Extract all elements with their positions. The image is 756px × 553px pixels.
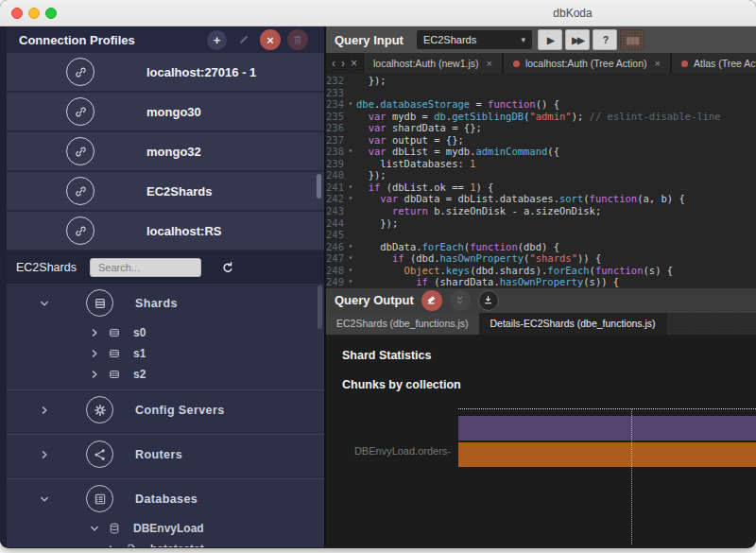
chevron-right-icon[interactable] (105, 544, 118, 547)
tree-item-label: Databases (135, 493, 198, 506)
fold-gutter (345, 169, 356, 181)
profile-dropdown[interactable]: EC2Shards ▾ (417, 30, 532, 49)
chevron-right-icon[interactable] (38, 406, 51, 415)
chevron-down-icon[interactable] (38, 494, 51, 504)
output-tab[interactable]: EC2Shards (dbe_functions.js) (326, 313, 480, 335)
tree-item-config-servers[interactable]: Config Servers (7, 390, 324, 429)
help-button[interactable]: ? (593, 29, 617, 50)
chevron-right-icon[interactable] (88, 328, 101, 337)
editor-tab[interactable]: localhost:Auth (Tree Action)× (503, 53, 671, 74)
connection-label: localhost:RS (146, 224, 221, 238)
code-text: Object.keys(dbd.shards).forEach(function… (356, 265, 673, 277)
tabs-forward-icon[interactable]: › (341, 57, 345, 70)
tree-item-label: s2 (133, 368, 146, 381)
editor-tab[interactable]: localhost:Auth (new1.js)× (363, 53, 503, 74)
tab-nav-controls: ‹ › × (326, 53, 363, 74)
close-tab-icon[interactable]: × (655, 58, 661, 69)
fold-toggle-icon[interactable]: ▾ (345, 146, 356, 158)
routers-icon (86, 441, 113, 468)
code-text: var output = {}; (356, 134, 464, 147)
connection-label: mongo30 (146, 105, 201, 119)
chevron-down-icon[interactable] (38, 299, 51, 308)
clear-output-button[interactable] (421, 290, 442, 311)
link-icon (66, 58, 94, 86)
fold-toggle-icon[interactable]: ▾ (345, 276, 356, 287)
shard-icon (107, 347, 122, 360)
code-line: 237 var output = {}; (326, 134, 756, 147)
tree-item-databases[interactable]: Databases (7, 479, 324, 518)
line-number: 232 (326, 75, 345, 87)
tree-item-s1[interactable]: s1 (7, 343, 324, 364)
chevron-right-icon[interactable] (38, 450, 51, 459)
connection-profile-item[interactable]: mongo32 (7, 132, 324, 172)
close-connection-button[interactable]: × (260, 29, 281, 50)
tree-item-routers[interactable]: Routers (7, 435, 324, 474)
fold-toggle-icon[interactable]: ▾ (345, 98, 356, 111)
link-icon (66, 216, 94, 245)
tree-item-bstatestat[interactable]: bstatestat (7, 539, 324, 547)
query-input-buttons: ▶▶▶?▮▮▮ (538, 29, 644, 50)
explorer-bar: EC2Shards (7, 251, 324, 284)
code-line: 249▾ if (shardData.hasOwnProperty(s)) { (326, 276, 756, 287)
chevron-right-icon[interactable] (88, 349, 101, 358)
fold-toggle-icon[interactable]: ▾ (345, 252, 356, 265)
tree-item-s2[interactable]: s2 (7, 364, 324, 385)
close-window-button[interactable] (11, 8, 23, 19)
fold-toggle-icon[interactable]: ▾ (345, 241, 356, 253)
tabs-close-icon[interactable]: × (351, 57, 357, 70)
execute-button[interactable]: ▶ (538, 29, 562, 50)
line-number: 233 (326, 87, 345, 99)
code-line: 235 var mydb = db.getSiblingDB("admin");… (326, 111, 756, 123)
profile-dropdown-value: EC2Shards (423, 34, 521, 45)
code-editor[interactable]: 232 });233234▾dbe.databaseStorage = func… (326, 74, 756, 288)
tree-item-shards[interactable]: Shards (7, 284, 324, 322)
line-number: 245 (326, 229, 345, 241)
output-tab-bar: EC2Shards (dbe_functions.js)Details-EC2S… (326, 313, 756, 335)
tree-item-label: Config Servers (135, 404, 225, 417)
window-title: dbKoda (525, 7, 620, 20)
close-tab-icon[interactable]: × (487, 58, 492, 69)
output-content: Shard Statistics Chunks by collection DB… (326, 335, 756, 548)
stop-button: ▮▮▮ (620, 29, 644, 50)
link-icon (66, 177, 94, 205)
save-output-button[interactable] (478, 290, 499, 311)
connection-profile-item[interactable]: mongo30 (7, 93, 324, 132)
line-number: 247 (326, 252, 345, 265)
shard-icon (107, 326, 122, 339)
connections-scrollbar-thumb[interactable] (317, 174, 321, 199)
connection-profile-item[interactable]: localhost:RS (7, 212, 324, 251)
fold-gutter (345, 122, 356, 134)
code-line: 244 }); (326, 217, 756, 230)
fold-toggle-icon[interactable]: ▾ (345, 265, 356, 277)
tree-item-dbenvyload[interactable]: DBEnvyLoad (7, 518, 324, 539)
tabs-back-icon[interactable]: ‹ (332, 57, 335, 70)
editor-tab-label: localhost:Auth (Tree Action) (525, 58, 647, 69)
tree-item-s0[interactable]: s0 (7, 322, 324, 343)
chevron-right-icon[interactable] (88, 370, 101, 379)
tree-item-label: bstatestat (150, 543, 204, 547)
minimize-window-button[interactable] (28, 8, 40, 19)
line-number: 249 (326, 276, 345, 287)
refresh-tree-button[interactable] (216, 256, 239, 279)
chevron-down-icon[interactable] (88, 524, 101, 533)
connection-profile-item[interactable]: EC2Shards (7, 172, 324, 212)
zoom-window-button[interactable] (45, 8, 57, 19)
connection-profile-item[interactable]: localhost:27016 - 1 (7, 53, 324, 93)
code-text: return b.sizeOnDisk - a.sizeOnDisk; (356, 205, 601, 217)
tree-scrollbar-thumb[interactable] (318, 285, 322, 329)
expand-output-button (450, 290, 471, 311)
add-connection-button[interactable]: + (207, 30, 227, 50)
collection-icon (124, 543, 139, 547)
editor-tab[interactable]: Atlas (Tree Action (671, 53, 756, 74)
code-text: }); (356, 169, 387, 181)
tree-item-label: s0 (133, 326, 146, 339)
code-line: 240 }); (326, 169, 756, 181)
chevron-down-icon: ▾ (521, 35, 525, 44)
explorer-profile-label: EC2Shards (16, 261, 77, 274)
tree-search-input[interactable] (90, 258, 201, 277)
output-tab[interactable]: Details-EC2Shards (dbe_functions.js) (480, 313, 667, 335)
execute-all-button[interactable]: ▶▶ (565, 29, 590, 50)
fold-toggle-icon[interactable]: ▾ (345, 193, 356, 205)
fold-toggle-icon[interactable]: ▾ (345, 181, 356, 194)
tree-item-label: Routers (135, 448, 182, 461)
